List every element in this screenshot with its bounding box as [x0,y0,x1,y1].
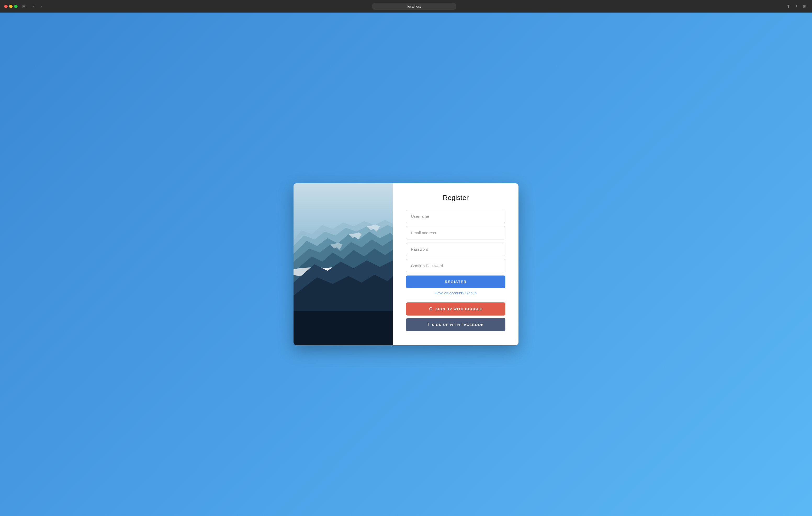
signin-link[interactable]: Have an account? Sign In [435,291,476,295]
back-button[interactable]: ‹ [31,4,36,9]
address-bar[interactable] [372,3,456,10]
tab-overview-button[interactable]: ⊞ [801,3,808,9]
password-group [406,243,505,256]
email-input[interactable] [406,226,505,239]
facebook-signup-button[interactable]: f SIGN UP WITH FACEBOOK [406,318,505,331]
register-card: Register REGISTER Have an account? Sign … [293,183,519,345]
browser-viewport: Register REGISTER Have an account? Sign … [0,12,812,516]
signin-link-container: Have an account? Sign In [406,291,505,295]
minimize-button[interactable] [9,5,12,8]
register-form-panel: Register REGISTER Have an account? Sign … [393,183,519,345]
browser-actions: ⬆ + ⊞ [785,3,808,9]
svg-rect-12 [293,311,393,345]
hero-image [293,183,393,345]
google-signup-button[interactable]: G SIGN UP WITH GOOGLE [406,302,505,315]
maximize-button[interactable] [14,5,18,8]
traffic-lights [4,5,18,8]
close-button[interactable] [4,5,7,8]
share-button[interactable]: ⬆ [785,3,791,9]
facebook-icon: f [428,322,429,327]
facebook-button-label: SIGN UP WITH FACEBOOK [432,323,484,327]
address-bar-wrapper [46,3,782,10]
email-group [406,226,505,239]
confirm-password-input[interactable] [406,259,505,272]
new-tab-button[interactable]: + [794,3,799,9]
google-button-label: SIGN UP WITH GOOGLE [435,307,482,311]
browser-chrome: ⊞ ‹ › ⬆ + ⊞ [0,0,812,12]
register-button[interactable]: REGISTER [406,275,505,288]
confirm-password-group [406,259,505,272]
password-input[interactable] [406,243,505,256]
forward-button[interactable]: › [39,4,44,9]
google-icon: G [429,307,433,311]
divider [406,300,505,300]
username-input[interactable] [406,210,505,223]
sidebar-toggle-button[interactable]: ⊞ [21,3,27,9]
username-group [406,210,505,223]
form-title: Register [406,194,505,202]
